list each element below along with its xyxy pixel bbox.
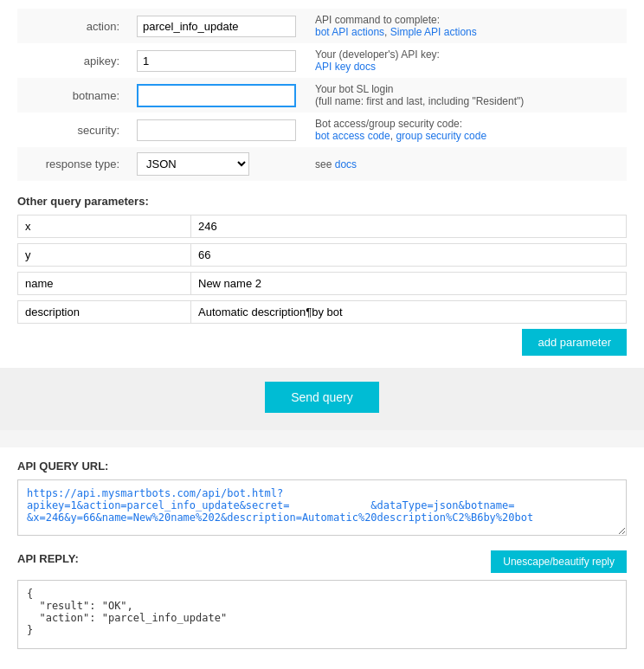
send-query-button[interactable]: Send query — [265, 382, 379, 413]
send-query-row: Send query — [0, 368, 644, 430]
bot-api-actions-link[interactable]: bot API actions — [315, 26, 384, 38]
botname-help-text: Your bot SL login — [315, 83, 394, 95]
param-row-name — [17, 272, 627, 295]
apikey-help: Your (developer's) API key: API key docs — [303, 43, 627, 78]
api-reply-section: API REPLY: Unescape/beautify reply { "re… — [17, 550, 627, 649]
api-url-box[interactable]: https://api.mysmartbots.com/api/bot.html… — [17, 479, 627, 536]
response-type-label: response type: — [17, 147, 130, 181]
add-param-row: add parameter — [17, 329, 627, 356]
security-input[interactable] — [137, 119, 296, 141]
param-value-x — [191, 215, 626, 237]
param-key-x — [18, 215, 191, 237]
api-reply-box: { "result": "OK", "action": "parcel_info… — [17, 580, 627, 649]
api-form-table: action: API command to complete: bot API… — [17, 9, 627, 181]
param-key-input-y[interactable] — [18, 244, 190, 266]
security-help: Bot access/group security code: bot acce… — [303, 113, 627, 147]
param-key-input-name[interactable] — [18, 273, 190, 294]
botname-input[interactable] — [137, 84, 296, 107]
api-key-docs-link[interactable]: API key docs — [315, 61, 376, 73]
param-row-description — [17, 300, 627, 324]
action-help-text: API command to complete: — [315, 14, 440, 26]
param-value-name — [191, 273, 626, 294]
param-key-description — [18, 301, 191, 323]
param-value-description — [191, 301, 626, 323]
param-value-y — [191, 244, 626, 266]
add-parameter-button[interactable]: add parameter — [522, 329, 627, 356]
security-input-cell — [130, 113, 303, 147]
response-type-docs-link[interactable]: docs — [335, 158, 357, 170]
security-row: security: Bot access/group security code… — [17, 113, 627, 147]
param-value-input-name[interactable] — [191, 273, 626, 294]
section-divider — [0, 430, 644, 447]
security-label: security: — [17, 113, 130, 147]
botname-row: botname: Your bot SL login (full name: f… — [17, 78, 627, 113]
param-key-y — [18, 244, 191, 266]
api-reply-title: API REPLY: — [17, 552, 79, 565]
apikey-input-cell — [130, 43, 303, 78]
response-type-select[interactable]: JSON XML Text — [137, 152, 249, 176]
apikey-label: apikey: — [17, 43, 130, 78]
action-row: action: API command to complete: bot API… — [17, 9, 627, 43]
response-type-help: see docs — [303, 147, 627, 181]
action-input-cell — [130, 9, 303, 43]
api-reply-content: { "result": "OK", "action": "parcel_info… — [27, 588, 617, 636]
security-help-text: Bot access/group security code: — [315, 118, 462, 130]
botname-input-cell — [130, 78, 303, 113]
response-type-help-text: see — [315, 158, 332, 170]
params-title: Other query parameters: — [17, 195, 627, 208]
params-section: Other query parameters: — [17, 190, 627, 368]
botname-help: Your bot SL login (full name: first and … — [303, 78, 627, 113]
apikey-input[interactable] — [137, 50, 296, 72]
param-value-input-y[interactable] — [191, 244, 626, 266]
botname-label: botname: — [17, 78, 130, 113]
action-help: API command to complete: bot API actions… — [303, 9, 627, 43]
api-url-section: API QUERY URL: https://api.mysmartbots.c… — [17, 460, 627, 538]
botname-help-subtext: (full name: first and last, including "R… — [315, 95, 524, 107]
group-security-code-link[interactable]: group security code — [396, 130, 486, 142]
simple-api-actions-link[interactable]: Simple API actions — [390, 26, 477, 38]
api-url-title: API QUERY URL: — [17, 460, 627, 473]
param-row-x — [17, 215, 627, 238]
api-reply-header: API REPLY: Unescape/beautify reply — [17, 550, 627, 573]
param-key-input-description[interactable] — [18, 301, 190, 323]
param-row-y — [17, 243, 627, 267]
apikey-help-text: Your (developer's) API key: — [315, 48, 440, 61]
unescape-button[interactable]: Unescape/beautify reply — [491, 550, 627, 573]
param-key-name — [18, 273, 191, 294]
bot-access-code-link[interactable]: bot access code — [315, 130, 390, 142]
apikey-row: apikey: Your (developer's) API key: API … — [17, 43, 627, 78]
response-type-row: response type: JSON XML Text see docs — [17, 147, 627, 181]
param-value-input-description[interactable] — [191, 301, 626, 323]
param-value-input-x[interactable] — [191, 215, 626, 237]
param-key-input-x[interactable] — [18, 215, 190, 237]
action-label: action: — [17, 9, 130, 43]
action-input[interactable] — [137, 16, 296, 37]
response-type-select-cell: JSON XML Text — [130, 147, 303, 181]
